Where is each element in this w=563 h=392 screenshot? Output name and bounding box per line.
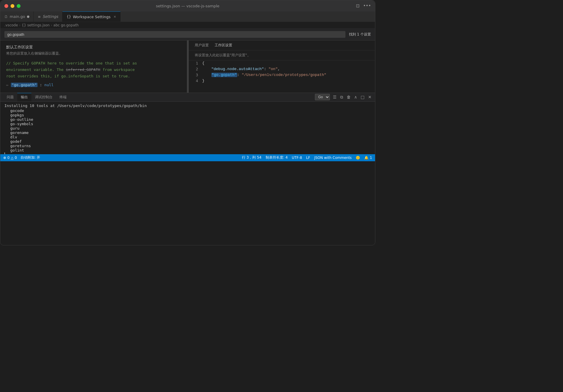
notifications-count[interactable]: 🔔 1 [364,156,372,160]
error-count: 0 [7,156,10,160]
status-bar: ⊗ 0 △ 0 自动附加: 开 行 3，列 54 制表符长度: 4 UTF-8 … [0,154,375,161]
tab-size[interactable]: 制表符长度: 4 [266,155,288,160]
error-icon: ⊗ [3,156,6,160]
tool-gopkgs: gopkgs [4,113,371,117]
cursor-line [4,152,371,154]
tab-main-go[interactable]: 🗋 main.go [0,11,34,22]
tab-label: Settings [43,14,58,19]
code-line-3: 3 "go.gopath": "/Users/penlv/code/protot… [189,72,375,78]
tab-user-settings[interactable]: 用户设置 [195,43,209,48]
errors-count[interactable]: ⊗ 0 △ 0 [3,156,17,160]
edit-icon[interactable]: ✏ [6,82,9,88]
left-pane: 默认工作区设置 将您的设置放入右侧编辑器以覆盖。 // Specify GOPA… [0,40,187,93]
encoding[interactable]: UTF-8 [292,156,302,160]
tool-golint: golint [4,148,371,152]
code-as: as [132,61,137,65]
filter-icon[interactable]: ☰ [332,94,337,100]
panel-actions: Go ☰ ⧉ 🗑 ∧ □ ✕ [315,94,372,100]
modified-dot [27,16,29,18]
title-bar: settings.json — vscode-js-sample ⊡ ••• [0,0,375,11]
line-content-2: "debug.node.autoAttach": "on", [202,66,372,72]
tool-gocode: gocode [4,108,371,113]
code-line-2: 2 "debug.node.autoAttach": "on", [189,66,375,72]
panel-tab-output[interactable]: 输出 [17,93,31,101]
panel-tabs: 问题 输出 调试控制台 终端 Go ☰ ⧉ 🗑 ∧ □ ✕ [0,93,375,102]
tool-go-symbols: go-symbols [4,122,371,126]
breadcrumb-sep2: › [51,23,52,27]
cursor [4,152,5,154]
maximize-panel-icon[interactable]: □ [360,94,365,100]
breadcrumb: .vscode › {} settings.json › abc go.gopa… [0,22,375,29]
tool-dlv: dlv [4,135,371,139]
title-icons: ⊡ ••• [356,3,371,9]
breadcrumb-file[interactable]: {} settings.json [22,23,50,27]
copy-icon[interactable]: ⧉ [340,94,344,100]
left-content: 默认工作区设置 将您的设置放入右侧编辑器以覆盖。 // Specify GOPA… [0,40,187,93]
output-source-select[interactable]: Go [315,94,330,100]
auto-attach[interactable]: 自动附加: 开 [21,155,40,160]
bell-icon: 🔔 [364,156,369,160]
line-num-3: 3 [192,72,202,78]
line-ending[interactable]: LF [306,156,310,160]
tab-label: Workspace Settings [73,15,111,19]
tab-settings[interactable]: ≡ Settings [34,11,62,22]
tab-workspace-settings[interactable]: {} Workspace Settings ✕ [62,11,121,22]
setting-key: "go.gopath" [11,82,37,88]
traffic-lights [4,4,21,8]
search-bar: 找到 1 个设置 [0,29,375,40]
tool-guru: guru [4,126,371,130]
panel-tab-problems[interactable]: 问题 [3,93,17,101]
language-mode[interactable]: JSON with Comments [314,156,352,160]
tab-bar: 🗋 main.go ≡ Settings {} Workspace Settin… [0,11,375,22]
code-block: // Specify GOPATH here to override the o… [6,60,181,89]
bottom-panel: 问题 输出 调试控制台 终端 Go ☰ ⧉ 🗑 ∧ □ ✕ Installing… [0,93,375,154]
search-input[interactable] [4,31,345,38]
panel-tab-debug[interactable]: 调试控制台 [31,93,56,101]
breadcrumb-vscode[interactable]: .vscode [4,23,18,27]
smiley-icon[interactable]: 🙂 [356,156,360,160]
tool-go-outline: go-outline [4,117,371,122]
breadcrumb-sep1: › [19,23,21,27]
status-left: ⊗ 0 △ 0 自动附加: 开 [3,155,40,160]
setting-value: null [44,82,53,88]
close-panel-icon[interactable]: ✕ [367,94,372,100]
clear-icon[interactable]: 🗑 [346,94,351,100]
more-actions-icon[interactable]: ••• [363,3,371,9]
chevron-up-icon[interactable]: ∧ [354,94,358,100]
line-content-4: } [202,78,372,84]
setting-colon: : [40,82,42,88]
line-content-1: { [202,60,372,66]
section-title: 默认工作区设置 [6,45,181,50]
tab-workspace-settings-header[interactable]: 工作区设置 [215,43,232,48]
split-editor-icon[interactable]: ⊡ [356,3,360,9]
window-title: settings.json — vscode-js-sample [156,4,220,8]
pane-divider[interactable] [187,40,189,93]
pane-header: 用户设置 工作区设置 [189,40,375,50]
settings-icon: ≡ [38,15,41,19]
tool-godef: godef [4,139,371,144]
line-content-3: "go.gopath": "/Users/penlv/code/prototyp… [202,72,372,78]
code-line-4: 4 } [189,78,375,84]
code-comment-3: root overrides this, if go.inferGopath i… [6,73,181,79]
warning-count: 0 [15,156,17,160]
json-icon: {} [67,15,71,19]
tool-goreturns: goreturns [4,144,371,148]
code-comment-2: environment variable. The inferred_GOPAT… [6,67,181,73]
tab-label: main.go [10,14,25,19]
breadcrumb-key[interactable]: abc go.gopath [53,23,79,27]
close-button[interactable] [4,4,8,8]
right-code: 1 { 2 "debug.node.autoAttach": "on", 3 "… [189,60,375,93]
cursor-position[interactable]: 行 3，列 54 [242,155,262,160]
maximize-button[interactable] [17,4,21,8]
file-icon: 🗋 [4,15,8,19]
line-num-1: 1 [192,60,202,66]
section-subtitle: 将您的设置放入右侧编辑器以覆盖。 [6,51,181,56]
tool-gorename: gorename [4,130,371,135]
editor-split: 默认工作区设置 将您的设置放入右侧编辑器以覆盖。 // Specify GOPA… [0,40,375,93]
warning-icon: △ [11,156,13,160]
tab-close-icon[interactable]: ✕ [113,15,116,19]
panel-content: Installing 10 tools at /Users/penlv/code… [0,102,375,154]
line-num-4: 4 [192,78,202,84]
minimize-button[interactable] [11,4,14,8]
panel-tab-terminal[interactable]: 终端 [56,93,70,101]
